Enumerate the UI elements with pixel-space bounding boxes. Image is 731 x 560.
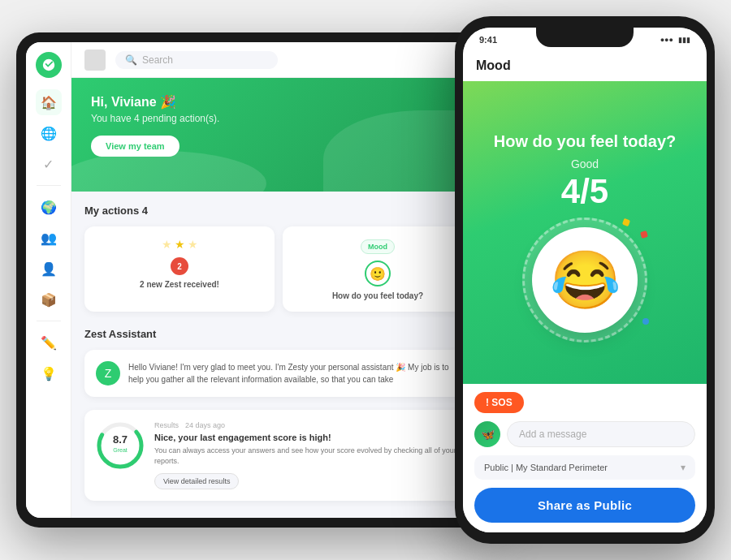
score-info: Results 24 days ago Nice, your last enga… xyxy=(154,421,461,489)
mood-title: Mood xyxy=(476,58,694,73)
tablet-screen: 🏠 🌐 ✓ 🌍 👥 👤 📦 ✏️ 💡 🔍 Se xyxy=(26,42,486,518)
search-icon: 🔍 xyxy=(125,54,137,66)
confetti-1 xyxy=(622,218,630,226)
zest-label: 2 new Zest received! xyxy=(96,280,263,289)
smiley-face: 😂 xyxy=(532,227,638,333)
status-icons: ●●● ▮▮▮ xyxy=(660,36,690,44)
zest-card: ★ ★ ★ 2 2 new Zest received! xyxy=(84,226,275,312)
view-results-button[interactable]: View detailed results xyxy=(154,473,239,489)
score-header: Results 24 days ago xyxy=(154,421,461,429)
signal-icon: ●●● xyxy=(660,36,673,44)
confetti-2 xyxy=(640,230,648,239)
sidebar-divider-2 xyxy=(37,321,61,321)
sidebar-item-world[interactable]: 🌍 xyxy=(36,194,62,220)
sidebar-item-check[interactable]: ✓ xyxy=(36,151,62,177)
phone-time: 9:41 xyxy=(479,35,497,45)
mood-area: How do you feel today? Good 4/5 😂 xyxy=(463,81,707,384)
search-placeholder: Search xyxy=(142,54,173,66)
phone-screen: 9:41 ●●● ▮▮▮ Mood How do you feel today?… xyxy=(463,28,707,532)
phone-bottom: ! SOS 🦋 Add a message Public | My Standa… xyxy=(463,384,707,532)
message-row: 🦋 Add a message xyxy=(474,421,695,447)
mood-emoji-small: 🙂 xyxy=(365,261,391,286)
search-bar[interactable]: 🔍 Search xyxy=(115,51,278,69)
sidebar-item-edit[interactable]: ✏️ xyxy=(36,330,62,355)
confetti-3 xyxy=(642,318,649,325)
topbar: 🔍 Search xyxy=(71,42,486,78)
mood-rating-label: Good xyxy=(571,157,599,170)
avatar-emoji: 🦋 xyxy=(481,428,495,441)
sidebar-item-box[interactable]: 📦 xyxy=(36,286,62,312)
svg-text:Great: Great xyxy=(113,447,128,453)
main-content: 🔍 Search Hi, Viviane 🎉 You have 4 pendin… xyxy=(71,42,486,518)
tablet: 🏠 🌐 ✓ 🌍 👥 👤 📦 ✏️ 💡 🔍 Se xyxy=(16,32,495,528)
sidebar-item-globe[interactable]: 🌐 xyxy=(36,120,62,146)
svg-text:8.7: 8.7 xyxy=(113,433,128,446)
score-card: 8.7 Great Results 24 days ago Nice, your… xyxy=(84,410,473,501)
hero-greeting: Hi, Viviane 🎉 xyxy=(91,94,466,110)
topbar-avatar xyxy=(84,50,106,71)
app-logo xyxy=(36,52,62,78)
sidebar-item-group[interactable]: 👥 xyxy=(36,225,62,251)
assistant-card: Z Hello Viviane! I'm very glad to meet y… xyxy=(84,350,473,397)
sidebar-item-user[interactable]: 👤 xyxy=(36,256,62,282)
sos-button[interactable]: ! SOS xyxy=(474,392,524,413)
score-title: Nice, your last engagement score is high… xyxy=(154,433,461,442)
mood-card: Mood 🙂 How do you feel today? xyxy=(283,226,473,312)
mood-chip: Mood xyxy=(361,239,395,254)
actions-row: ★ ★ ★ 2 2 new Zest received! Mood 🙂 How … xyxy=(84,226,473,312)
assistant-avatar: Z xyxy=(96,361,120,386)
view-team-button[interactable]: View my team xyxy=(91,136,180,157)
star-1: ★ xyxy=(162,238,172,251)
sidebar-divider xyxy=(37,185,61,186)
perimeter-text: Public | My Standard Perimeter xyxy=(484,463,608,472)
zest-badge: 2 xyxy=(171,257,188,275)
actions-title: My actions 4 xyxy=(84,205,473,217)
smiley-emoji: 😂 xyxy=(550,247,621,313)
message-avatar: 🦋 xyxy=(474,421,500,447)
battery-icon: ▮▮▮ xyxy=(678,36,690,44)
star-3: ★ xyxy=(188,238,198,251)
hero-section: Hi, Viviane 🎉 You have 4 pending action(… xyxy=(71,78,486,192)
score-circle: 8.7 Great xyxy=(96,421,145,470)
sidebar-item-home[interactable]: 🏠 xyxy=(36,89,62,115)
sidebar-item-bulb[interactable]: 💡 xyxy=(36,360,62,386)
phone-header: Mood xyxy=(463,52,707,81)
star-2: ★ xyxy=(175,238,185,251)
perimeter-arrow: ▾ xyxy=(681,462,686,473)
sidebar: 🏠 🌐 ✓ 🌍 👥 👤 📦 ✏️ 💡 xyxy=(26,42,71,518)
assistant-title: Zest Assistant xyxy=(84,328,473,340)
results-label: Results xyxy=(154,421,179,429)
share-button[interactable]: Share as Public xyxy=(474,488,695,523)
message-input[interactable]: Add a message xyxy=(507,421,695,447)
smiley-container: 😂 xyxy=(532,227,638,333)
mood-question: How do you feel today? xyxy=(494,132,676,151)
perimeter-row[interactable]: Public | My Standard Perimeter ▾ xyxy=(474,455,695,480)
mood-rating: 4/5 xyxy=(561,172,608,211)
zest-stars: ★ ★ ★ xyxy=(96,238,263,251)
scroll-content: My actions 4 ★ ★ ★ 2 2 new Zest received… xyxy=(71,192,486,518)
score-date: 24 days ago xyxy=(185,421,225,429)
score-desc: You can always access your answers and s… xyxy=(154,446,461,466)
phone: 9:41 ●●● ▮▮▮ Mood How do you feel today?… xyxy=(455,16,715,544)
assistant-message: Hello Viviane! I'm very glad to meet you… xyxy=(128,361,461,386)
mood-card-label: How do you feel today? xyxy=(294,291,461,300)
phone-notch xyxy=(536,28,634,47)
assistant-section: Zest Assistant Z Hello Viviane! I'm very… xyxy=(84,328,473,397)
